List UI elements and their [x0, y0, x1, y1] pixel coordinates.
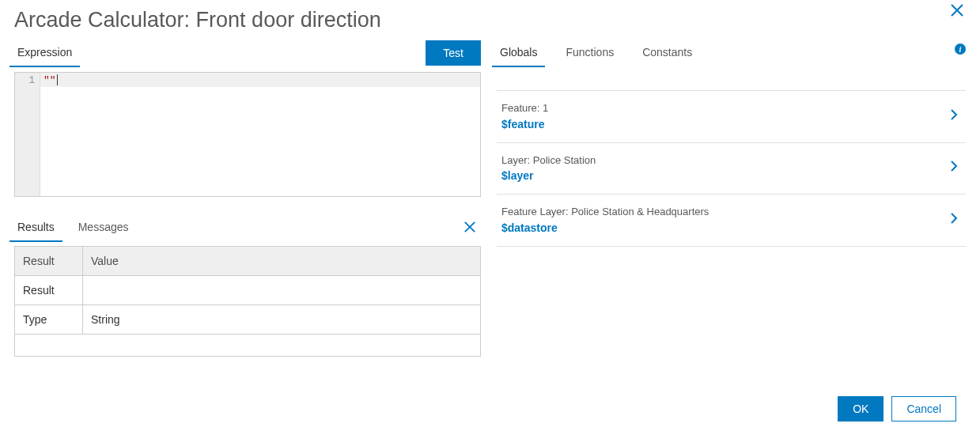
table-row: Type String: [15, 305, 481, 335]
global-label: Layer: Police Station: [501, 153, 596, 168]
editor-content: "": [44, 74, 56, 86]
test-button[interactable]: Test: [426, 40, 481, 66]
results-header-value: Value: [83, 247, 481, 276]
dialog-header: Arcade Calculator: Front door direction: [0, 0, 980, 37]
editor-gutter: 1: [15, 73, 40, 196]
tab-constants[interactable]: Constants: [639, 40, 695, 66]
tab-expression[interactable]: Expression: [14, 40, 75, 66]
tab-messages[interactable]: Messages: [75, 214, 132, 241]
tab-functions[interactable]: Functions: [562, 40, 617, 66]
expression-editor[interactable]: 1 "": [14, 72, 481, 197]
global-variable: $layer: [501, 168, 596, 184]
globals-list: Feature: 1 $feature Layer: Police Statio…: [497, 72, 966, 372]
global-variable: $datastore: [501, 220, 709, 236]
chevron-right-icon: [950, 160, 958, 176]
table-row: Result: [15, 276, 481, 305]
reference-pane: Globals Functions Constants i Feature: 1…: [497, 37, 966, 372]
chevron-right-icon: [950, 212, 958, 229]
results-table: Result Value Result Type String: [14, 246, 481, 357]
expression-pane: Expression Test 1 "" Results Messages: [14, 37, 481, 372]
editor-cursor: [57, 74, 58, 85]
results-header-result: Result: [15, 247, 83, 276]
global-label: Feature: 1: [501, 100, 548, 116]
chevron-right-icon: [950, 108, 958, 125]
tab-results[interactable]: Results: [14, 214, 58, 241]
close-icon[interactable]: [950, 3, 964, 21]
line-number: 1: [15, 74, 35, 86]
dialog-footer: OK Cancel: [838, 396, 956, 422]
dialog-title: Arcade Calculator: Front door direction: [14, 8, 381, 32]
row-value: String: [83, 305, 481, 335]
global-item-feature[interactable]: Feature: 1 $feature: [497, 90, 966, 143]
global-label: Feature Layer: Police Station & Headquar…: [501, 204, 709, 220]
global-variable: $feature: [501, 116, 548, 133]
global-item-layer[interactable]: Layer: Police Station $layer: [497, 143, 966, 195]
row-key: Result: [15, 276, 83, 305]
tab-globals[interactable]: Globals: [497, 40, 540, 66]
info-icon[interactable]: i: [955, 43, 966, 55]
global-item-datastore[interactable]: Feature Layer: Police Station & Headquar…: [497, 195, 966, 247]
row-key: Type: [15, 305, 83, 335]
table-row-empty: [15, 335, 481, 357]
clear-results-icon[interactable]: [459, 219, 481, 237]
ok-button[interactable]: OK: [838, 396, 884, 422]
row-value: [83, 276, 481, 305]
cancel-button[interactable]: Cancel: [891, 396, 956, 422]
